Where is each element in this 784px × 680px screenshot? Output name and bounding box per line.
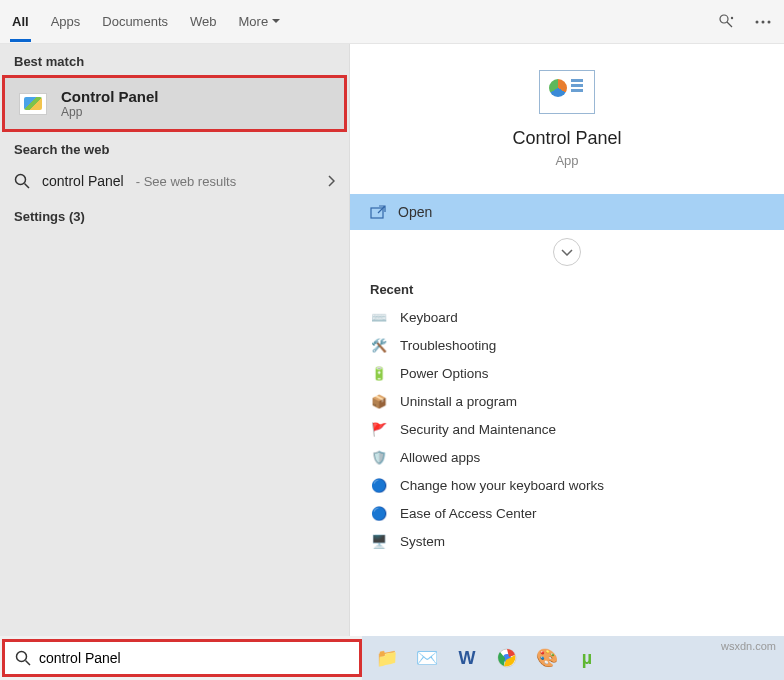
recent-item-label: Allowed apps xyxy=(400,450,480,465)
paint-icon[interactable]: 🎨 xyxy=(530,641,564,675)
web-result-row[interactable]: control Panel - See web results xyxy=(0,163,349,199)
recent-item-label: Change how your keyboard works xyxy=(400,478,604,493)
flag-icon: 🚩 xyxy=(370,421,388,437)
shield-icon: 🛡️ xyxy=(370,449,388,465)
svg-point-3 xyxy=(762,20,765,23)
detail-title: Control Panel xyxy=(360,128,774,149)
search-input[interactable] xyxy=(39,650,349,666)
recent-item-uninstall[interactable]: 📦Uninstall a program xyxy=(362,387,772,415)
results-panel: Best match Control Panel App Search the … xyxy=(0,44,349,636)
tab-documents[interactable]: Documents xyxy=(102,2,168,41)
web-result-hint: - See web results xyxy=(136,174,236,189)
tab-apps[interactable]: Apps xyxy=(51,2,81,41)
recent-item-label: Uninstall a program xyxy=(400,394,517,409)
open-icon xyxy=(370,205,386,219)
recent-list: ⌨️Keyboard 🛠️Troubleshooting 🔋Power Opti… xyxy=(350,303,784,555)
feedback-icon[interactable] xyxy=(718,13,736,31)
detail-sub: App xyxy=(360,153,774,168)
recent-item-troubleshooting[interactable]: 🛠️Troubleshooting xyxy=(362,331,772,359)
mail-icon[interactable]: ✉️ xyxy=(410,641,444,675)
web-result-query: control Panel xyxy=(42,173,124,189)
svg-point-5 xyxy=(16,175,26,185)
ease-icon: 🔵 xyxy=(370,477,388,493)
utorrent-icon[interactable]: µ xyxy=(570,641,604,675)
recent-item-label: Security and Maintenance xyxy=(400,422,556,437)
open-label: Open xyxy=(398,204,432,220)
chevron-right-icon xyxy=(328,175,335,187)
keyboard-icon: ⌨️ xyxy=(370,309,388,325)
best-match-title: Control Panel xyxy=(61,88,159,105)
svg-point-0 xyxy=(720,15,728,23)
control-panel-icon xyxy=(19,93,47,115)
recent-item-keyboard[interactable]: ⌨️Keyboard xyxy=(362,303,772,331)
recent-item-security[interactable]: 🚩Security and Maintenance xyxy=(362,415,772,443)
search-icon xyxy=(14,173,30,189)
svg-point-1 xyxy=(731,16,733,18)
watermark: wsxdn.com xyxy=(721,640,776,652)
tab-web[interactable]: Web xyxy=(190,2,217,41)
recent-item-label: Ease of Access Center xyxy=(400,506,537,521)
best-match-item[interactable]: Control Panel App xyxy=(2,75,347,132)
more-options-icon[interactable] xyxy=(754,13,772,31)
expand-button[interactable] xyxy=(553,238,581,266)
bottom-bar: 📁 ✉️ W 🎨 µ xyxy=(0,636,784,680)
svg-point-2 xyxy=(756,20,759,23)
svg-point-4 xyxy=(768,20,771,23)
recent-item-keyboard-change[interactable]: 🔵Change how your keyboard works xyxy=(362,471,772,499)
recent-item-label: Power Options xyxy=(400,366,489,381)
best-match-sub: App xyxy=(61,105,159,119)
chevron-down-icon xyxy=(272,19,280,24)
file-explorer-icon[interactable]: 📁 xyxy=(370,641,404,675)
recent-item-power[interactable]: 🔋Power Options xyxy=(362,359,772,387)
chrome-icon[interactable] xyxy=(490,641,524,675)
control-panel-icon-large xyxy=(539,70,595,114)
settings-label[interactable]: Settings (3) xyxy=(0,199,349,230)
svg-point-7 xyxy=(17,652,27,662)
recent-item-label: Keyboard xyxy=(400,310,458,325)
recent-item-label: System xyxy=(400,534,445,549)
system-icon: 🖥️ xyxy=(370,533,388,549)
power-icon: 🔋 xyxy=(370,365,388,381)
open-button[interactable]: Open xyxy=(350,194,784,230)
troubleshoot-icon: 🛠️ xyxy=(370,337,388,353)
tab-more-label: More xyxy=(239,14,269,29)
detail-panel: Control Panel App Open Recent ⌨️Keyboard… xyxy=(349,44,784,636)
recent-item-label: Troubleshooting xyxy=(400,338,496,353)
best-match-label: Best match xyxy=(0,44,349,75)
word-icon[interactable]: W xyxy=(450,641,484,675)
recent-item-allowed[interactable]: 🛡️Allowed apps xyxy=(362,443,772,471)
search-web-label: Search the web xyxy=(0,132,349,163)
tab-all[interactable]: All xyxy=(12,2,29,41)
ease-icon: 🔵 xyxy=(370,505,388,521)
search-box[interactable] xyxy=(2,639,362,677)
recent-item-ease-access[interactable]: 🔵Ease of Access Center xyxy=(362,499,772,527)
tab-bar: All Apps Documents Web More xyxy=(0,0,784,44)
chevron-down-icon xyxy=(561,249,573,256)
recent-item-system[interactable]: 🖥️System xyxy=(362,527,772,555)
search-icon xyxy=(15,650,31,666)
uninstall-icon: 📦 xyxy=(370,393,388,409)
tab-more[interactable]: More xyxy=(239,2,281,41)
recent-label: Recent xyxy=(350,274,784,303)
